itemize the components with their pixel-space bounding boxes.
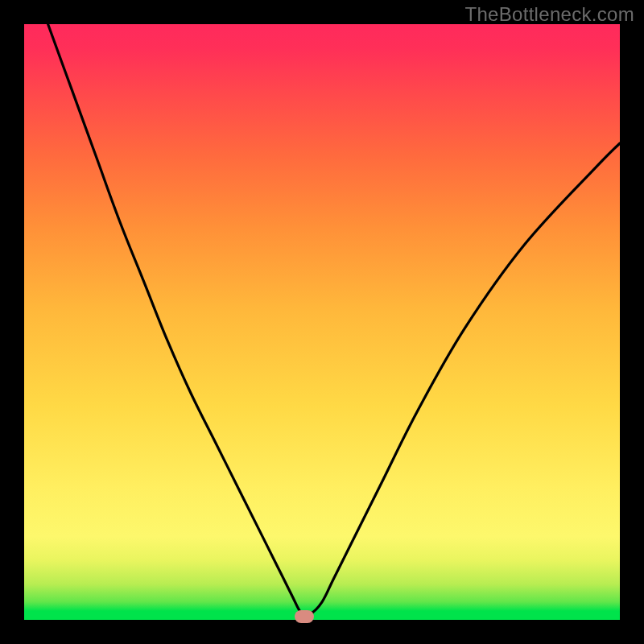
chart-frame: TheBottleneck.com [0, 0, 644, 644]
bottleneck-curve [24, 24, 620, 620]
plot-area [24, 24, 620, 620]
watermark-text: TheBottleneck.com [464, 3, 634, 26]
minimum-marker [295, 610, 314, 623]
